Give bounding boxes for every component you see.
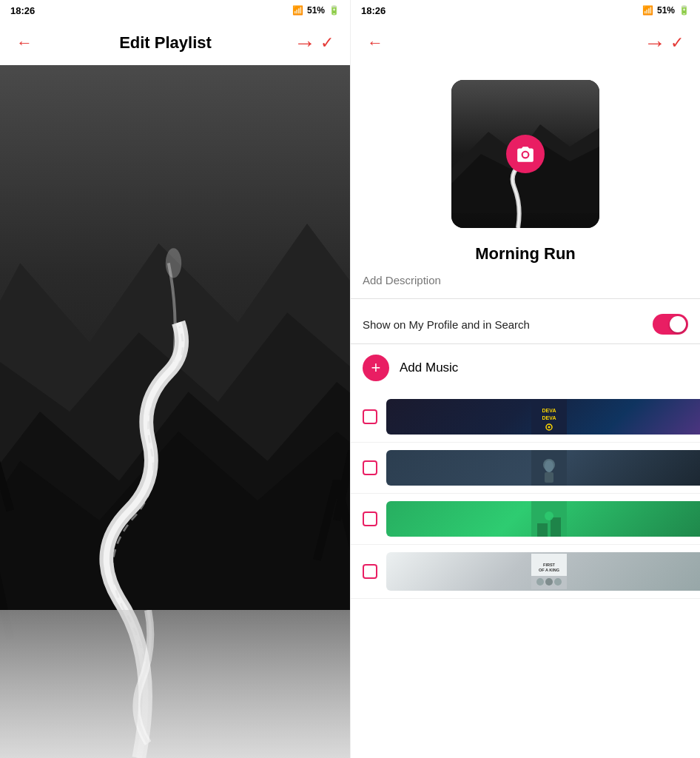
right-header: ← → ✓	[351, 21, 700, 65]
song-1-checkbox[interactable]	[363, 409, 377, 424]
right-signal: 51%	[657, 5, 675, 16]
svg-rect-6	[0, 610, 350, 758]
cover-section	[351, 65, 700, 235]
svg-point-10	[523, 152, 528, 158]
right-arrow-icon: →	[644, 30, 666, 56]
svg-point-23	[545, 512, 553, 520]
right-status-bar: 18:26 📶 51% 🔋	[351, 0, 700, 21]
left-wifi-icon: 📶	[292, 5, 303, 16]
profile-toggle-label: Show on My Profile and in Search	[363, 318, 530, 331]
svg-point-18	[545, 460, 553, 472]
left-header-right: → ✓	[294, 29, 338, 57]
left-status-right: 📶 51% 🔋	[292, 5, 340, 16]
camera-icon	[516, 144, 535, 164]
add-music-row: + Add Music	[351, 344, 700, 392]
add-music-button[interactable]: +	[363, 355, 389, 381]
cover-wrapper[interactable]	[451, 80, 599, 228]
left-header: ← Edit Playlist → ✓	[0, 21, 350, 65]
page-title: Edit Playlist	[119, 33, 212, 53]
right-check-button[interactable]: ✓	[666, 29, 688, 57]
left-back-button[interactable]: ←	[12, 29, 37, 57]
playlist-image-area	[0, 65, 350, 758]
svg-point-15	[548, 426, 551, 429]
description-input[interactable]	[363, 268, 688, 292]
playlist-reflection	[0, 610, 350, 758]
right-time: 18:26	[361, 5, 386, 16]
song-2-checkbox[interactable]	[363, 460, 377, 475]
divider-1	[351, 298, 700, 299]
right-panel: 18:26 📶 51% 🔋 ← → ✓	[350, 0, 700, 758]
song-3-thumbnail	[386, 501, 700, 537]
svg-rect-22	[551, 517, 561, 537]
song-item: FIRST OF A KING Scars AP Dhillon... ≡	[351, 545, 700, 599]
left-battery-icon: 🔋	[329, 5, 340, 16]
right-battery-icon: 🔋	[679, 5, 690, 16]
profile-toggle-row: Show on My Profile and in Search	[351, 305, 700, 343]
right-header-right: → ✓	[644, 29, 688, 57]
playlist-name[interactable]: Morning Run	[351, 235, 700, 268]
song-item: Softly Karan Aujla & Ikky ≡	[351, 443, 700, 494]
camera-button[interactable]	[506, 135, 545, 173]
right-back-button[interactable]: ←	[363, 29, 388, 57]
svg-rect-19	[545, 472, 553, 483]
svg-point-30	[554, 578, 562, 586]
right-status-right: 📶 51% 🔋	[642, 5, 690, 16]
profile-toggle-switch[interactable]	[653, 314, 688, 335]
left-time: 18:26	[10, 5, 35, 16]
left-status-bar: 18:26 📶 51% 🔋	[0, 0, 350, 21]
song-4-checkbox[interactable]	[363, 564, 377, 579]
svg-text:DEVA: DEVA	[542, 415, 556, 420]
svg-point-5	[166, 248, 181, 278]
left-panel: 18:26 📶 51% 🔋 ← Edit Playlist → ✓	[0, 0, 350, 758]
svg-text:DEVA: DEVA	[542, 408, 556, 413]
song-item: DEVA DEVA Deva Deva (From "Brah... Prita…	[351, 392, 700, 443]
svg-text:OF A KING: OF A KING	[539, 568, 559, 572]
svg-text:FIRST: FIRST	[543, 563, 556, 567]
add-music-label: Add Music	[400, 360, 458, 375]
song-4-thumbnail: FIRST OF A KING	[386, 552, 700, 591]
song-item: OG Shubh ≡	[351, 494, 700, 545]
left-signal: 51%	[307, 5, 325, 16]
svg-rect-21	[537, 523, 548, 537]
song-list: DEVA DEVA Deva Deva (From "Brah... Prita…	[351, 392, 700, 599]
svg-point-29	[545, 578, 553, 586]
right-content: Morning Run Show on My Profile and in Se…	[351, 65, 700, 758]
left-arrow-icon: →	[294, 30, 316, 56]
song-1-thumbnail: DEVA DEVA	[386, 399, 700, 435]
toggle-knob	[670, 316, 686, 332]
left-check-button[interactable]: ✓	[316, 29, 338, 57]
song-3-checkbox[interactable]	[363, 512, 377, 526]
song-2-thumbnail	[386, 450, 700, 486]
svg-point-28	[536, 578, 544, 586]
right-wifi-icon: 📶	[642, 5, 653, 16]
